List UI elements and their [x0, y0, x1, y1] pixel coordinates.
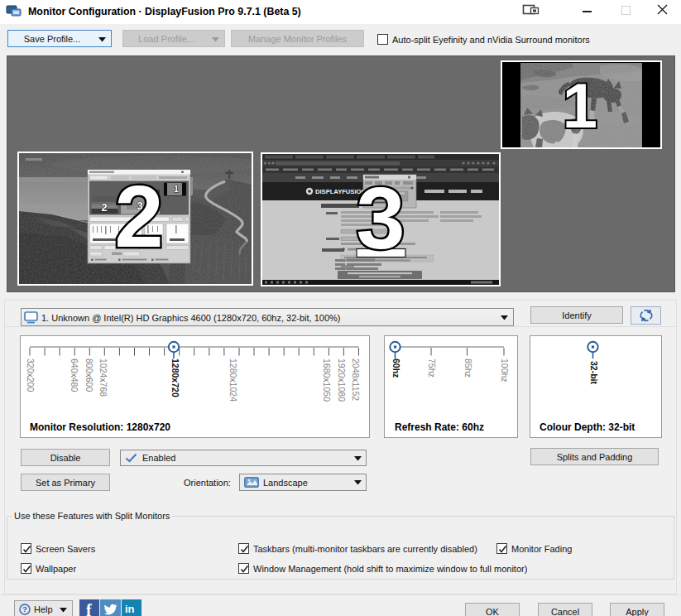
svg-text:640x480: 640x480 [70, 359, 79, 392]
svg-text:2: 2 [115, 167, 164, 265]
svg-text:2048x1152: 2048x1152 [351, 359, 361, 401]
svg-text:800x600: 800x600 [84, 359, 94, 392]
svg-text:1280x720: 1280x720 [170, 359, 180, 397]
svg-text:1280x1024: 1280x1024 [228, 359, 238, 402]
svg-text:2: 2 [101, 201, 107, 214]
svg-text:1920x1080: 1920x1080 [337, 359, 347, 402]
svg-text:32-bit: 32-bit [589, 361, 599, 385]
svg-text:Colour Depth: 32-bit: Colour Depth: 32-bit [540, 421, 635, 433]
svg-text:320x200: 320x200 [26, 359, 36, 392]
svg-text:?: ? [22, 604, 27, 614]
svg-text:1024x768: 1024x768 [98, 359, 108, 397]
svg-text:Refresh Rate: 60hz: Refresh Rate: 60hz [395, 421, 484, 433]
svg-text:1: 1 [563, 70, 597, 141]
svg-text:60hz: 60hz [391, 359, 401, 378]
svg-text:1: 1 [174, 185, 179, 194]
svg-text:1680x1050: 1680x1050 [322, 359, 332, 402]
svg-text:3: 3 [357, 169, 405, 267]
svg-text:85hz: 85hz [463, 359, 473, 378]
svg-text:75hz: 75hz [427, 359, 437, 378]
svg-text:100hz: 100hz [500, 359, 510, 383]
svg-text:Monitor Resolution: 1280x720: Monitor Resolution: 1280x720 [30, 421, 170, 433]
